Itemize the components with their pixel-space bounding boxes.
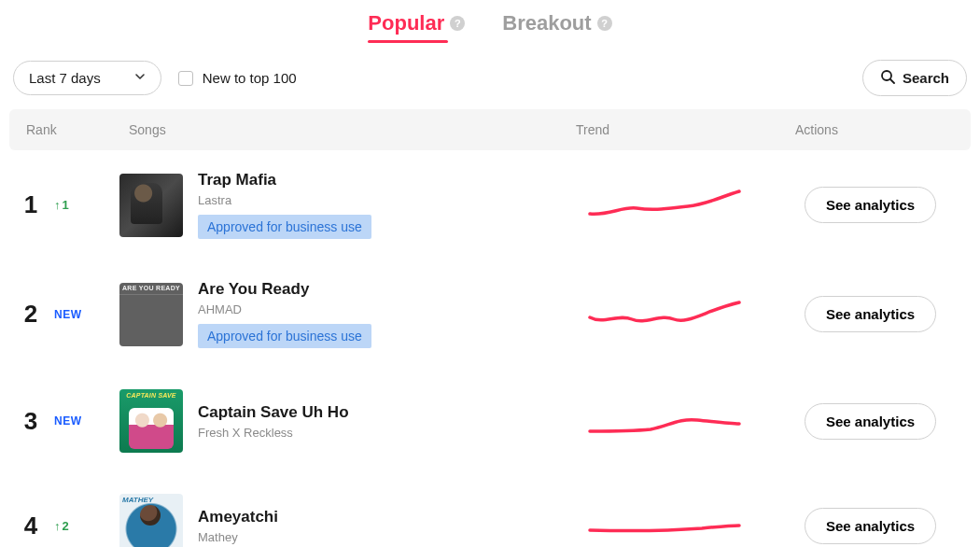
see-analytics-button[interactable]: See analytics [805, 187, 936, 223]
tab-popular-label: Popular [368, 11, 444, 35]
checkbox-icon [178, 71, 193, 86]
rank-change-up: ↑1 [54, 198, 69, 212]
song-cell: Ameyatchi Mathey [119, 494, 585, 547]
rank-change-new: NEW [54, 308, 82, 321]
rank-change-new: NEW [54, 414, 82, 428]
actions-cell: See analytics [805, 508, 963, 544]
rank-change-value: 2 [63, 519, 69, 533]
song-thumbnail[interactable] [119, 389, 183, 453]
col-actions: Actions [795, 122, 954, 137]
song-title[interactable]: Trap Mafia [198, 171, 371, 189]
trend-cell [585, 297, 805, 332]
song-artist: Mathey [198, 530, 278, 544]
svg-line-1 [890, 79, 894, 83]
song-thumbnail[interactable] [119, 174, 183, 237]
see-analytics-button[interactable]: See analytics [805, 403, 936, 440]
rank-change-value: 1 [63, 198, 69, 212]
search-label: Search [903, 70, 949, 86]
help-icon[interactable]: ? [450, 16, 465, 31]
date-range-dropdown[interactable]: Last 7 days [13, 61, 161, 95]
col-rank: Rank [26, 122, 129, 137]
song-meta: Ameyatchi Mathey [198, 508, 278, 544]
arrow-up-icon: ↑ [54, 519, 61, 533]
date-range-label: Last 7 days [29, 70, 101, 86]
trend-sparkline [585, 188, 744, 223]
trend-sparkline [585, 508, 744, 543]
song-cell: Captain Save Uh Ho Fresh X Reckless [119, 389, 585, 453]
arrow-up-icon: ↑ [54, 198, 61, 212]
song-thumbnail[interactable] [119, 283, 183, 346]
song-title[interactable]: Are You Ready [198, 280, 371, 299]
song-meta: Captain Save Uh Ho Fresh X Reckless [198, 403, 349, 440]
song-title[interactable]: Ameyatchi [198, 508, 278, 526]
actions-cell: See analytics [805, 296, 963, 332]
song-cell: Are You Ready AHMAD Approved for busines… [119, 280, 585, 348]
approved-badge: Approved for business use [198, 324, 371, 348]
table-row: 1 ↑1 Trap Mafia Lastra Approved for busi… [9, 150, 971, 259]
help-icon[interactable]: ? [597, 16, 612, 31]
toolbar: Last 7 days New to top 100 Search [0, 43, 980, 109]
trend-cell [585, 508, 805, 543]
new-to-top-checkbox[interactable]: New to top 100 [178, 70, 297, 86]
song-artist: Lastra [198, 193, 371, 207]
rank-number: 1 [17, 190, 45, 219]
tab-breakout-label: Breakout [502, 11, 591, 35]
table-row: 2 NEW Are You Ready AHMAD Approved for b… [9, 259, 971, 369]
song-artist: AHMAD [198, 302, 371, 316]
col-songs: Songs [129, 122, 576, 137]
approved-badge: Approved for business use [198, 215, 371, 239]
rank-number: 2 [17, 300, 45, 329]
rank-cell: 1 ↑1 [17, 190, 119, 219]
song-cell: Trap Mafia Lastra Approved for business … [119, 171, 585, 239]
search-icon [880, 69, 895, 87]
rank-change-up: ↑2 [54, 519, 69, 533]
table-header: Rank Songs Trend Actions [9, 109, 971, 150]
rank-cell: 4 ↑2 [17, 512, 119, 540]
rank-cell: 3 NEW [17, 407, 119, 436]
song-title[interactable]: Captain Save Uh Ho [198, 403, 349, 422]
new-to-top-label: New to top 100 [203, 70, 297, 86]
see-analytics-button[interactable]: See analytics [805, 296, 936, 332]
trend-sparkline [585, 403, 744, 439]
tab-breakout[interactable]: Breakout ? [502, 11, 611, 35]
song-meta: Are You Ready AHMAD Approved for busines… [198, 280, 371, 348]
trend-sparkline [585, 297, 744, 332]
table-row: 3 NEW Captain Save Uh Ho Fresh X Reckles… [9, 369, 971, 473]
actions-cell: See analytics [805, 403, 963, 440]
search-button[interactable]: Search [862, 60, 967, 96]
song-artist: Fresh X Reckless [198, 426, 349, 440]
actions-cell: See analytics [805, 187, 963, 223]
chevron-down-icon [134, 71, 146, 85]
col-trend: Trend [576, 122, 795, 137]
table-row: 4 ↑2 Ameyatchi Mathey See analytics [9, 473, 971, 547]
tabs: Popular ? Breakout ? [0, 0, 980, 43]
table-body: 1 ↑1 Trap Mafia Lastra Approved for busi… [0, 150, 980, 547]
rank-number: 4 [17, 512, 45, 540]
trend-cell [585, 403, 805, 439]
rank-number: 3 [17, 407, 45, 436]
song-thumbnail[interactable] [119, 494, 183, 547]
see-analytics-button[interactable]: See analytics [805, 508, 936, 544]
tab-popular[interactable]: Popular ? [368, 11, 465, 35]
rank-cell: 2 NEW [17, 300, 119, 329]
trend-cell [585, 188, 805, 223]
song-meta: Trap Mafia Lastra Approved for business … [198, 171, 371, 239]
